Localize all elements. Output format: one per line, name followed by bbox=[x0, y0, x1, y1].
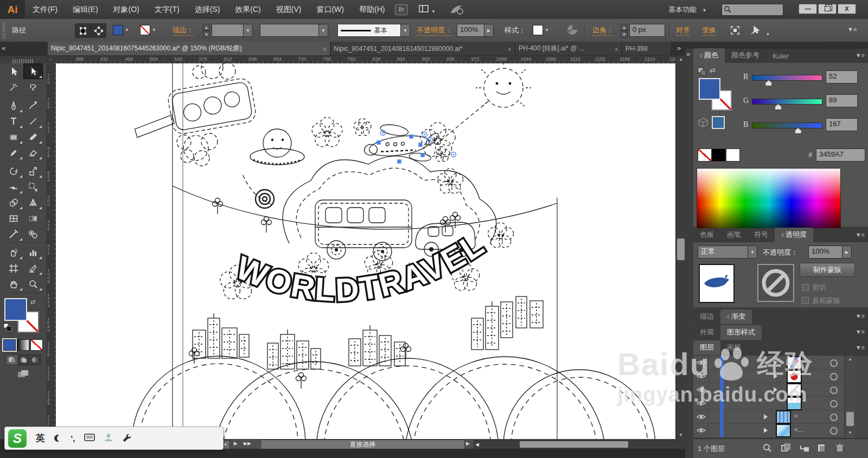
user-icon[interactable] bbox=[104, 433, 113, 444]
stroke-weight-combo[interactable]: ▼ bbox=[212, 24, 253, 37]
menu-item-8[interactable]: 帮助(H) bbox=[352, 0, 392, 19]
delete-layer-icon[interactable] bbox=[835, 443, 844, 454]
layer-row-0[interactable] bbox=[693, 356, 843, 370]
close-icon[interactable]: x bbox=[611, 46, 622, 52]
convert-anchor-smooth-button[interactable] bbox=[91, 23, 106, 38]
wrench-icon[interactable] bbox=[122, 433, 131, 444]
tab-color-guide[interactable]: 颜色参考 bbox=[725, 48, 766, 63]
scroll-down-icon[interactable]: ▼ bbox=[676, 431, 686, 439]
tab-artboards[interactable]: 画板 bbox=[720, 340, 748, 355]
document-tab-3[interactable]: PH-398 bbox=[622, 42, 672, 55]
menu-item-1[interactable]: 编辑(E) bbox=[65, 0, 106, 19]
tab-color[interactable]: ◊颜色 bbox=[693, 48, 725, 63]
ruler-origin[interactable]: + bbox=[46, 56, 56, 64]
scale-tool[interactable] bbox=[23, 163, 43, 179]
shape-builder-tool[interactable] bbox=[4, 195, 23, 210]
new-layer-icon[interactable] bbox=[817, 443, 826, 454]
hand-tool[interactable] bbox=[4, 276, 23, 292]
panel-menu-icon[interactable]: ▼≡ bbox=[856, 328, 865, 335]
sogou-logo[interactable]: S bbox=[8, 429, 27, 448]
document-tab-0[interactable]: Nipic_8047451_20140816075445263000.ai* @… bbox=[48, 42, 330, 55]
soft-keyboard-icon[interactable] bbox=[84, 434, 95, 443]
layer-target-icon[interactable] bbox=[830, 414, 838, 421]
menu-item-5[interactable]: 效果(C) bbox=[227, 0, 268, 19]
slider-thumb[interactable] bbox=[765, 80, 772, 86]
channel-value-field[interactable]: 167 bbox=[826, 118, 858, 131]
layer-row-3[interactable] bbox=[693, 396, 843, 410]
punctuation-toggle[interactable]: ’, bbox=[71, 434, 75, 443]
perspective-grid-tool[interactable] bbox=[23, 195, 43, 210]
style-swatch-control[interactable]: ▼ bbox=[533, 25, 549, 35]
scroll-left-icon[interactable]: ◀ bbox=[475, 442, 479, 447]
scroll-up-icon[interactable]: ▲ bbox=[845, 356, 856, 363]
line-segment-tool[interactable] bbox=[23, 113, 43, 129]
gradient-mode-button[interactable] bbox=[17, 339, 29, 351]
expand-triangle-icon[interactable] bbox=[774, 360, 777, 365]
expand-triangle-icon[interactable] bbox=[774, 373, 777, 379]
blend-mode-select[interactable]: 正常▼ bbox=[698, 246, 757, 259]
white-swatch[interactable] bbox=[726, 149, 740, 162]
expand-triangle-icon[interactable] bbox=[764, 428, 768, 433]
scroll-up-icon[interactable]: ▲ bbox=[676, 56, 686, 63]
layer-thumbnail[interactable] bbox=[787, 397, 802, 410]
color-mode-button[interactable] bbox=[3, 339, 16, 351]
visibility-cell[interactable] bbox=[693, 410, 709, 423]
panel-menu-icon[interactable]: ▼≡ bbox=[856, 231, 865, 238]
collapse-dock-icon[interactable]: » bbox=[686, 50, 690, 58]
draw-inside-button[interactable] bbox=[29, 355, 40, 365]
recolor-artwork-icon[interactable] bbox=[566, 24, 578, 38]
cs-live-icon[interactable] bbox=[449, 3, 463, 17]
bridge-button[interactable]: Br bbox=[395, 4, 408, 15]
channel-value-field[interactable]: 89 bbox=[826, 94, 858, 107]
width-profile-combo[interactable]: ▼ bbox=[260, 24, 328, 37]
panel-menu-icon[interactable]: ▼≡ bbox=[856, 52, 865, 59]
document-tab-1[interactable]: Nipic_8047451_20140816145012880000.ai*x bbox=[330, 42, 515, 55]
panel-menu-icon[interactable]: ▼≡ bbox=[856, 313, 865, 319]
transform-panel-link[interactable]: 变换 bbox=[702, 25, 716, 36]
object-thumbnail[interactable] bbox=[699, 264, 735, 303]
lasso-tool[interactable] bbox=[23, 79, 43, 95]
fill-stroke-indicator[interactable]: ⇄ bbox=[0, 297, 46, 336]
menu-item-2[interactable]: 对象(O) bbox=[106, 0, 147, 19]
panel-grip[interactable] bbox=[2, 22, 5, 38]
fill-color-control[interactable]: ▼ bbox=[113, 25, 129, 35]
screen-mode-button[interactable] bbox=[0, 370, 46, 378]
scroll-down-icon[interactable]: ▼ bbox=[845, 429, 856, 437]
app-logo[interactable]: Ai bbox=[0, 0, 25, 19]
stroke-panel-link[interactable]: 描边： bbox=[173, 25, 194, 36]
none-mode-button[interactable] bbox=[30, 339, 43, 351]
opacity-panel-link[interactable]: 不透明度： bbox=[417, 25, 452, 36]
workspace-switcher[interactable]: 基本功能▼ bbox=[668, 0, 707, 19]
visibility-cell[interactable] bbox=[693, 423, 709, 437]
layer-target-icon[interactable] bbox=[830, 359, 838, 367]
opacity-combo[interactable]: 100%▶ bbox=[808, 246, 852, 259]
channel-value-field[interactable]: 52 bbox=[826, 70, 858, 83]
panel-menu-icon[interactable]: ▼≡ bbox=[856, 344, 865, 351]
corner-stepper[interactable]: ▲▼ bbox=[621, 24, 628, 36]
layer-target-icon[interactable] bbox=[830, 373, 838, 380]
close-icon[interactable]: x bbox=[505, 46, 515, 52]
mesh-tool[interactable] bbox=[4, 210, 23, 226]
fill-proxy[interactable] bbox=[4, 298, 27, 321]
layer-thumbnail[interactable] bbox=[787, 370, 802, 383]
column-graph-tool[interactable] bbox=[23, 244, 43, 260]
layer-thumbnail[interactable] bbox=[776, 410, 791, 424]
rotate-tool[interactable] bbox=[4, 163, 23, 179]
slider-thumb[interactable] bbox=[775, 104, 782, 110]
restore-button[interactable] bbox=[818, 4, 837, 14]
slider-thumb[interactable] bbox=[795, 128, 802, 134]
minimize-button[interactable]: — bbox=[799, 4, 817, 14]
mask-disabled-icon[interactable] bbox=[757, 264, 794, 302]
menu-item-7[interactable]: 窗口(W) bbox=[309, 0, 352, 19]
selection-tool[interactable] bbox=[4, 63, 23, 79]
horizontal-ruler[interactable]: 3964324685045405766126486847207567928288… bbox=[56, 56, 675, 64]
layer-target-icon[interactable] bbox=[830, 386, 838, 394]
locate-object-icon[interactable] bbox=[763, 443, 772, 454]
convert-anchor-corner-button[interactable] bbox=[75, 23, 91, 38]
horizontal-scroll-thumb[interactable] bbox=[520, 441, 628, 448]
pencil-tool[interactable] bbox=[4, 145, 23, 160]
arrange-documents-button[interactable]: ▼ bbox=[419, 4, 438, 14]
tab-appearance[interactable]: 外观 bbox=[693, 325, 720, 340]
layers-scroll-thumb[interactable] bbox=[846, 412, 854, 426]
expand-triangle-icon[interactable] bbox=[764, 414, 768, 420]
